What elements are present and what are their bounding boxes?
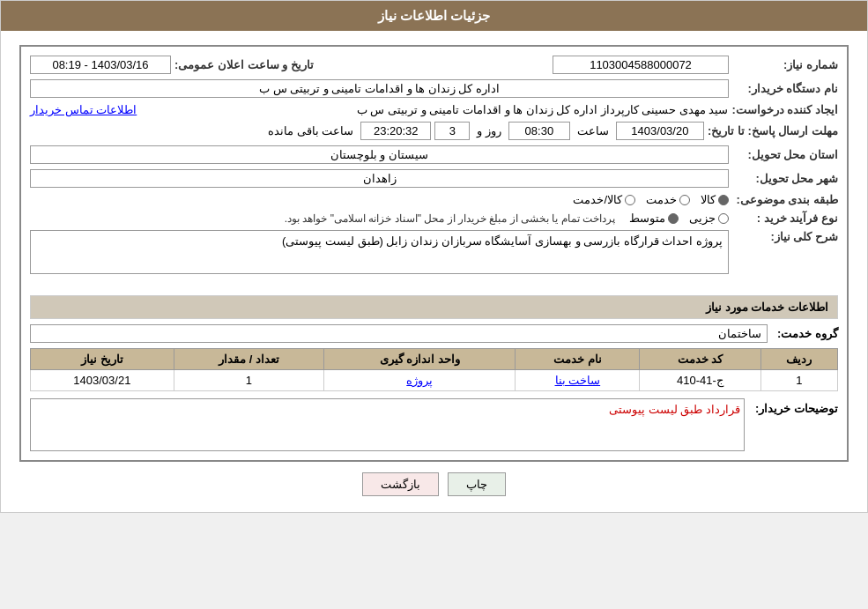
- table-row: 1 ج-41-410 ساخت بنا پروژه 1 1403/03/21: [31, 370, 838, 391]
- creator-label: ایجاد کننده درخواست:: [731, 103, 838, 116]
- services-section-title: اطلاعات خدمات مورد نیاز: [30, 295, 838, 319]
- group-label: گروه خدمت:: [768, 327, 838, 340]
- cell-row-num: 1: [760, 370, 838, 391]
- back-button[interactable]: بازگشت: [362, 472, 439, 496]
- col-quantity: تعداد / مقدار: [174, 349, 324, 370]
- cell-service-code: ج-41-410: [640, 370, 760, 391]
- row-province: استان محل تحویل: سیستان و بلوچستان: [30, 145, 838, 164]
- buyer-notes-row: توضیحات خریدار: قرارداد طبق لیست پیوستی: [30, 398, 838, 451]
- category-option-1-label: کالا: [701, 193, 716, 206]
- radio-motavaset: [668, 213, 679, 224]
- contact-link[interactable]: اطلاعات تماس خریدار: [30, 103, 137, 116]
- main-content: شماره نیاز: 1103004588000072 تاریخ و ساع…: [1, 31, 867, 512]
- description-label: شرح کلی نیاز:: [732, 230, 838, 243]
- row-need-number: شماره نیاز: 1103004588000072 تاریخ و ساع…: [30, 56, 838, 74]
- radio-kala: [718, 195, 729, 205]
- category-radio-group: کالا خدمت کالا/خدمت: [573, 193, 729, 206]
- category-option-3: کالا/خدمت: [573, 193, 635, 206]
- radio-jozii: [718, 213, 729, 224]
- group-value: ساختمان: [30, 324, 768, 343]
- category-option-2: خدمت: [646, 193, 690, 206]
- category-option-1: کالا: [701, 193, 729, 206]
- radio-kala-khedmat: [625, 195, 635, 205]
- org-name-label: نام دستگاه خریدار:: [732, 82, 838, 95]
- services-table: ردیف کد خدمت نام خدمت واحد اندازه گیری ت…: [30, 348, 838, 391]
- purchase-option-1: جزیی: [689, 212, 729, 225]
- deadline-label: مهلت ارسال پاسخ: تا تاریخ:: [708, 124, 838, 137]
- category-option-2-label: خدمت: [646, 193, 677, 206]
- table-header-row: ردیف کد خدمت نام خدمت واحد اندازه گیری ت…: [31, 349, 838, 370]
- page-header: جزئیات اطلاعات نیاز: [1, 1, 867, 31]
- row-purchase-type: نوع فرآیند خرید : جزیی متوسط پرداخت تمام…: [30, 212, 838, 225]
- page-wrapper: جزئیات اطلاعات نیاز شماره نیاز: 11030045…: [0, 0, 868, 513]
- purchase-note: پرداخت تمام یا بخشی از مبلغ خریدار از مح…: [285, 212, 615, 225]
- province-label: استان محل تحویل:: [732, 148, 838, 161]
- announce-date-label: تاریخ و ساعت اعلان عمومی:: [174, 58, 314, 71]
- category-option-3-label: کالا/خدمت: [573, 193, 622, 206]
- province-value: سیستان و بلوچستان: [30, 145, 729, 164]
- page-title: جزئیات اطلاعات نیاز: [378, 8, 490, 23]
- services-section: اطلاعات خدمات مورد نیاز گروه خدمت: ساختم…: [21, 295, 847, 460]
- col-unit: واحد اندازه گیری: [324, 349, 516, 370]
- category-label: طبقه بندی موضوعی:: [732, 193, 838, 206]
- purchase-option-2-label: متوسط: [629, 212, 665, 225]
- cell-date: 1403/03/21: [31, 370, 174, 391]
- row-city: شهر محل تحویل: زاهدان: [30, 169, 838, 188]
- deadline-remaining-label: ساعت باقی مانده: [268, 124, 353, 137]
- need-number-value: 1103004588000072: [553, 56, 729, 74]
- city-label: شهر محل تحویل:: [732, 172, 838, 185]
- col-service-name: نام خدمت: [516, 349, 640, 370]
- deadline-days: 3: [434, 122, 470, 140]
- org-name-value: اداره کل زندان ها و اقدامات تامینی و ترب…: [30, 79, 729, 98]
- row-description: شرح کلی نیاز: پروژه احداث قرارگاه بازرسی…: [30, 230, 838, 274]
- buyer-notes-box: قرارداد طبق لیست پیوستی: [30, 398, 745, 451]
- need-number-label: شماره نیاز:: [732, 58, 838, 71]
- cell-service-name[interactable]: ساخت بنا: [516, 370, 640, 391]
- deadline-remaining: 23:20:32: [360, 122, 431, 140]
- radio-khedmat: [679, 195, 690, 205]
- col-service-code: کد خدمت: [640, 349, 760, 370]
- buyer-notes-label: توضیحات خریدار:: [750, 398, 838, 415]
- description-value: پروژه احداث قرارگاه بازرسی و بهسازی آسای…: [30, 230, 729, 274]
- print-button[interactable]: چاپ: [448, 472, 506, 496]
- col-date: تاریخ نیاز: [31, 349, 174, 370]
- row-org-name: نام دستگاه خریدار: اداره کل زندان ها و ا…: [30, 79, 838, 98]
- purchase-type-label: نوع فرآیند خرید :: [732, 212, 838, 225]
- row-category: طبقه بندی موضوعی: کالا خدمت کالا/خدمت: [30, 193, 838, 206]
- buttons-row: چاپ بازگشت: [14, 472, 854, 496]
- col-row-num: ردیف: [760, 349, 838, 370]
- purchase-option-1-label: جزیی: [689, 212, 716, 225]
- announce-date-value: 1403/03/16 - 08:19: [30, 56, 171, 74]
- deadline-days-label: روز و: [477, 124, 501, 137]
- main-border: شماره نیاز: 1103004588000072 تاریخ و ساع…: [19, 45, 849, 462]
- cell-quantity: 1: [174, 370, 324, 391]
- group-row: گروه خدمت: ساختمان: [30, 324, 838, 343]
- city-value: زاهدان: [30, 169, 729, 188]
- deadline-date: 1403/03/20: [616, 122, 704, 140]
- creator-value: سید مهدی حسینی کارپرداز اداره کل زندان ه…: [145, 103, 728, 116]
- info-section: شماره نیاز: 1103004588000072 تاریخ و ساع…: [21, 47, 847, 288]
- row-deadline: مهلت ارسال پاسخ: تا تاریخ: 1403/03/20 سا…: [30, 122, 838, 140]
- purchase-radio-group: جزیی متوسط: [629, 212, 729, 225]
- row-creator: ایجاد کننده درخواست: سید مهدی حسینی کارپ…: [30, 103, 838, 116]
- purchase-option-2: متوسط: [629, 212, 679, 225]
- deadline-time: 08:30: [508, 122, 570, 140]
- deadline-time-label: ساعت: [577, 124, 609, 137]
- cell-unit[interactable]: پروژه: [324, 370, 516, 391]
